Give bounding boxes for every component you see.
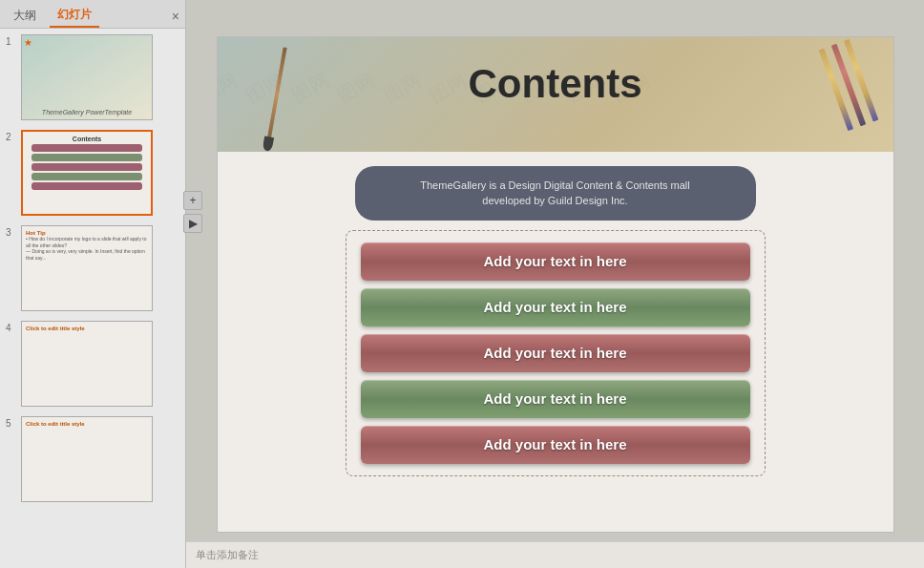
- thumb-bar-2: [32, 154, 141, 161]
- thumb-bar-1: [32, 144, 141, 152]
- slide-number-2: 2: [6, 132, 17, 142]
- add-slide-button[interactable]: +: [183, 191, 202, 210]
- slide-thumb-5: Click to edit title style: [21, 416, 153, 502]
- thumb-4-title: Click to edit title style: [26, 326, 148, 331]
- slide-item-2[interactable]: 2 Contents: [4, 128, 181, 218]
- description-text: ThemeGallery is a Design Digital Content…: [384, 178, 727, 209]
- thumb-5-title: Click to edit title style: [26, 421, 148, 427]
- content-button-4[interactable]: Add your text in here: [361, 380, 750, 418]
- slide-content: 图网图网图网 图网图网图网 图网图网图网 图网图网图网: [217, 36, 894, 533]
- slide-number-3: 3: [6, 227, 17, 238]
- tabs-row: 大纲 幻灯片 ×: [0, 0, 185, 29]
- slide-item-4[interactable]: 4 Click to edit title style: [4, 319, 181, 409]
- thumb-bar-3: [32, 163, 141, 171]
- slide-thumb-2: Contents: [21, 130, 153, 216]
- expand-button[interactable]: ▶: [183, 214, 202, 233]
- note-placeholder: 单击添加备注: [196, 548, 259, 562]
- main-area: 图网图网图网 图网图网图网 图网图网图网 图网图网图网: [186, 0, 924, 568]
- slide-thumb-4: Click to edit title style: [21, 321, 153, 407]
- tab-outline[interactable]: 大纲: [6, 5, 44, 27]
- slide-thumb-3: Hot Tip • How do I incorporate my logo t…: [21, 225, 153, 311]
- thumb-bar-5: [32, 182, 141, 190]
- slide-number-1: 1: [6, 36, 17, 47]
- slide-body: ThemeGallery is a Design Digital Content…: [218, 152, 893, 491]
- slide-item-1[interactable]: 1 ★ ThemeGallery PowerTemplate: [4, 32, 181, 122]
- slide-item-5[interactable]: 5 Click to edit title style: [4, 414, 181, 504]
- slide-panel: 大纲 幻灯片 × 1 ★ ThemeGallery PowerTemplate …: [0, 0, 186, 568]
- note-area[interactable]: 单击添加备注: [186, 541, 924, 568]
- description-box: ThemeGallery is a Design Digital Content…: [355, 166, 756, 221]
- close-panel-button[interactable]: ×: [172, 9, 179, 24]
- slide-title: Contents: [469, 61, 642, 107]
- content-button-1[interactable]: Add your text in here: [361, 242, 750, 281]
- content-button-3[interactable]: Add your text in here: [361, 334, 750, 372]
- star-icon-1: ★: [24, 37, 32, 48]
- content-button-5[interactable]: Add your text in here: [361, 426, 750, 464]
- slide-header: Contents: [218, 37, 893, 152]
- slide-canvas: 图网图网图网 图网图网图网 图网图网图网 图网图网图网: [186, 0, 924, 568]
- slide-item-3[interactable]: 3 Hot Tip • How do I incorporate my logo…: [4, 223, 181, 313]
- thumb-2-title: Contents: [73, 136, 101, 142]
- side-add-container: + ▶: [183, 191, 202, 233]
- tab-slides[interactable]: 幻灯片: [50, 4, 99, 28]
- slide-number-5: 5: [6, 418, 17, 429]
- content-button-2[interactable]: Add your text in here: [361, 288, 750, 326]
- thumb-1-label: ThemeGallery PowerTemplate: [42, 109, 132, 116]
- slides-list: 1 ★ ThemeGallery PowerTemplate 2 Content…: [0, 29, 185, 568]
- slide-number-4: 4: [6, 323, 17, 333]
- content-area: Add your text in here Add your text in h…: [346, 230, 766, 476]
- thumb-bar-4: [32, 173, 141, 180]
- thumb-3-text: • How do I incorporate my logo to a slid…: [26, 236, 148, 261]
- slide-thumb-1: ★ ThemeGallery PowerTemplate: [21, 34, 153, 120]
